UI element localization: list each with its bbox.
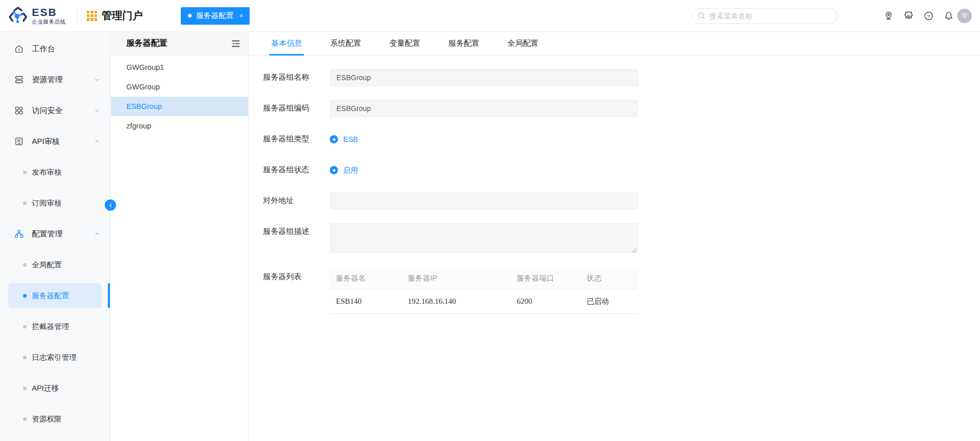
sidebar-item-access-security[interactable]: 访问安全	[8, 98, 101, 123]
main-content: 基本信息 系统配置 变量配置 服务配置 全局配置 服务器组名称 服务器组编码 服…	[249, 32, 980, 441]
sidebar-item-resources[interactable]: 资源管理	[8, 67, 101, 92]
group-item-gwgroup1[interactable]: GWGroup1	[111, 58, 248, 77]
bullet-icon	[23, 201, 27, 205]
svg-text:?: ?	[927, 13, 930, 19]
col-header-server-ip: 服务器IP	[402, 268, 511, 289]
tab-active-dot	[188, 14, 192, 17]
external-address-input[interactable]	[330, 192, 638, 210]
menu-search-input[interactable]	[709, 12, 831, 20]
bullet-icon	[23, 171, 27, 174]
sidebar-item-config-management[interactable]: 配置管理	[8, 222, 101, 246]
sidebar-item-api-audit[interactable]: API审核	[8, 129, 101, 154]
server-group-form: 服务器组名称 服务器组编码 服务器组类型 ESB 服务器组状态 启用 对外地址	[249, 56, 980, 314]
sidebar-item-interceptor-management[interactable]: 拦截器管理	[8, 314, 101, 339]
server-list-table: 服务器名 服务器IP 服务器端口 状态 ESB140 192.168.16.14…	[330, 268, 638, 314]
portal-heading: 管理门户	[87, 9, 143, 23]
group-code-input[interactable]	[330, 100, 638, 117]
col-header-server-name: 服务器名	[330, 268, 402, 289]
field-label-group-type: 服务器组类型	[263, 131, 330, 148]
bullet-icon	[23, 417, 27, 421]
group-item-zfgroup[interactable]: zfgroup	[111, 116, 248, 136]
ai-assistant-icon[interactable]: AI	[903, 10, 914, 22]
esb-logo-icon	[8, 6, 28, 26]
radio-selected-icon	[330, 166, 338, 174]
portal-grid-icon	[87, 11, 97, 21]
col-header-server-port: 服务器端口	[511, 268, 580, 289]
group-type-radio[interactable]: ESB	[330, 131, 358, 148]
field-label-group-description: 服务器组描述	[263, 223, 330, 255]
panel-title: 服务器配置	[126, 38, 231, 49]
group-description-textarea[interactable]	[330, 223, 638, 253]
bullet-icon	[23, 356, 27, 359]
search-icon	[698, 12, 705, 20]
cell-server-ip: 192.168.16.140	[402, 289, 511, 314]
panel-header: 服务器配置	[111, 32, 248, 56]
sidebar-item-global-config[interactable]: 全局配置	[8, 252, 101, 277]
portal-title: 管理门户	[102, 9, 143, 23]
user-avatar[interactable]: 管	[957, 9, 972, 23]
tab-label: 服务器配置	[196, 11, 234, 21]
sidebar-item-log-index-management[interactable]: 日志索引管理	[8, 345, 101, 370]
sidebar-item-subscribe-audit[interactable]: 订阅审核	[8, 191, 101, 215]
open-tab-server-config[interactable]: 服务器配置 ×	[181, 7, 250, 25]
tab-close-icon[interactable]: ×	[240, 12, 243, 20]
bullet-icon	[23, 294, 27, 298]
app-logo: ESB 企业服务总线	[8, 6, 66, 26]
sidebar-item-publish-audit[interactable]: 发布审核	[8, 160, 101, 185]
selected-item-accent-bar	[108, 283, 110, 308]
bullet-icon	[23, 325, 27, 328]
group-item-esbgroup[interactable]: ESBGroup	[111, 97, 248, 116]
server-group-list: GWGroup1 GWGroup ESBGroup zfgroup	[111, 56, 248, 136]
server-group-panel: 服务器配置 GWGroup1 GWGroup ESBGroup zfgroup	[111, 32, 249, 441]
field-label-group-name: 服务器组名称	[263, 69, 330, 86]
tab-global-config[interactable]: 全局配置	[505, 32, 540, 55]
topbar: ESB 企业服务总线 管理门户 服务器配置 ×	[0, 0, 980, 32]
menu-search-box[interactable]	[691, 8, 838, 24]
sidebar-collapse-button[interactable]	[105, 199, 116, 211]
detail-tabbar: 基本信息 系统配置 变量配置 服务配置 全局配置	[249, 32, 980, 56]
logo-subtitle: 企业服务总线	[32, 19, 66, 25]
sidebar-item-workbench[interactable]: 工作台	[8, 36, 101, 61]
home-icon	[14, 44, 24, 54]
table-header-row: 服务器名 服务器IP 服务器端口 状态	[330, 268, 638, 289]
chevron-down-icon	[94, 107, 100, 114]
chevron-left-icon	[108, 203, 114, 208]
bullet-icon	[23, 263, 27, 267]
cell-server-port: 6200	[511, 289, 580, 314]
tab-basic-info[interactable]: 基本信息	[269, 32, 304, 55]
topbar-divider	[77, 9, 78, 23]
logo-title: ESB	[32, 7, 66, 17]
chevron-down-icon	[94, 77, 100, 83]
help-icon[interactable]: ?	[923, 10, 934, 22]
group-name-input[interactable]	[330, 69, 638, 86]
tab-variable-config[interactable]: 变量配置	[387, 32, 422, 55]
sidebar-nav: 工作台 资源管理 访问安全 API审核 发布审核	[0, 32, 110, 441]
resources-icon	[14, 75, 24, 85]
chevron-up-icon	[94, 231, 100, 237]
field-label-server-list: 服务器列表	[263, 268, 330, 314]
cell-server-status: 已启动	[580, 289, 638, 314]
tab-service-config[interactable]: 服务配置	[446, 32, 481, 55]
cell-server-name: ESB140	[330, 289, 402, 314]
group-item-gwgroup[interactable]: GWGroup	[111, 77, 248, 97]
field-label-external-address: 对外地址	[263, 192, 330, 210]
field-label-group-status: 服务器组状态	[263, 161, 330, 179]
bullet-icon	[23, 387, 27, 390]
chevron-up-icon	[94, 138, 100, 144]
svg-text:AI: AI	[907, 13, 911, 18]
radio-selected-icon	[330, 135, 338, 143]
tab-system-config[interactable]: 系统配置	[328, 32, 363, 55]
sidebar-item-server-config[interactable]: 服务器配置	[8, 283, 101, 308]
config-sitemap-icon	[14, 229, 24, 239]
sidebar-item-api-migration[interactable]: API迁移	[8, 376, 101, 400]
sidebar-item-resource-permissions[interactable]: 资源权限	[8, 407, 101, 431]
menu-fold-icon[interactable]	[231, 39, 241, 49]
api-audit-icon	[14, 136, 24, 146]
avatar-text: 管	[962, 11, 968, 20]
notifications-bell-icon[interactable]	[943, 10, 954, 22]
field-label-group-code: 服务器组编码	[263, 100, 330, 117]
table-row[interactable]: ESB140 192.168.16.140 6200 已启动	[330, 289, 638, 314]
location-icon[interactable]	[883, 10, 894, 22]
group-status-radio[interactable]: 启用	[330, 161, 358, 179]
access-security-icon	[14, 105, 24, 116]
